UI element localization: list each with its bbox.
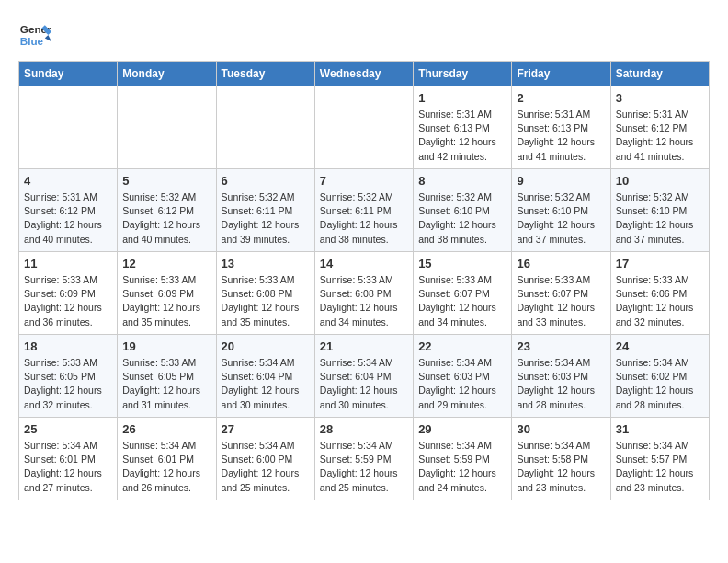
day-number: 2 [517, 91, 605, 105]
calendar-cell: 26Sunrise: 5:34 AMSunset: 6:01 PMDayligh… [118, 418, 216, 500]
calendar-cell: 9Sunrise: 5:32 AMSunset: 6:10 PMDaylight… [512, 169, 610, 252]
day-number: 1 [418, 91, 506, 105]
day-number: 4 [24, 174, 112, 188]
day-number: 13 [222, 257, 310, 270]
day-info: Sunrise: 5:33 AMSunset: 6:05 PMDaylight:… [122, 356, 210, 412]
day-number: 12 [122, 257, 210, 270]
calendar-header: SundayMondayTuesdayWednesdayThursdayFrid… [19, 62, 710, 86]
day-number: 17 [616, 257, 704, 270]
calendar-table: SundayMondayTuesdayWednesdayThursdayFrid… [18, 61, 710, 500]
day-number: 5 [122, 174, 210, 188]
calendar-cell: 5Sunrise: 5:32 AMSunset: 6:12 PMDaylight… [118, 169, 216, 252]
day-number: 24 [616, 339, 704, 353]
week-row-2: 4Sunrise: 5:31 AMSunset: 6:12 PMDaylight… [19, 169, 710, 252]
day-info: Sunrise: 5:33 AMSunset: 6:07 PMDaylight:… [517, 273, 605, 329]
day-info: Sunrise: 5:33 AMSunset: 6:09 PMDaylight:… [122, 273, 210, 329]
calendar-cell [314, 86, 413, 169]
calendar-cell: 10Sunrise: 5:32 AMSunset: 6:10 PMDayligh… [610, 169, 709, 252]
calendar-cell: 19Sunrise: 5:33 AMSunset: 6:05 PMDayligh… [118, 335, 216, 418]
day-number: 25 [24, 422, 112, 436]
header-saturday: Saturday [610, 62, 709, 86]
header-tuesday: Tuesday [216, 62, 314, 86]
day-number: 16 [517, 257, 605, 270]
day-info: Sunrise: 5:33 AMSunset: 6:09 PMDaylight:… [24, 273, 112, 329]
day-info: Sunrise: 5:31 AMSunset: 6:13 PMDaylight:… [517, 108, 605, 164]
day-number: 21 [320, 339, 408, 353]
week-row-1: 1Sunrise: 5:31 AMSunset: 6:13 PMDaylight… [19, 86, 710, 169]
day-number: 31 [616, 422, 704, 436]
day-number: 9 [517, 174, 605, 188]
calendar-cell: 2Sunrise: 5:31 AMSunset: 6:13 PMDaylight… [512, 86, 610, 169]
day-info: Sunrise: 5:33 AMSunset: 6:08 PMDaylight:… [222, 273, 310, 329]
day-number: 27 [222, 422, 310, 436]
day-info: Sunrise: 5:34 AMSunset: 6:01 PMDaylight:… [122, 439, 210, 495]
day-number: 28 [320, 422, 408, 436]
calendar-cell: 22Sunrise: 5:34 AMSunset: 6:03 PMDayligh… [414, 335, 512, 418]
week-row-4: 18Sunrise: 5:33 AMSunset: 6:05 PMDayligh… [19, 335, 710, 418]
calendar-header-row: SundayMondayTuesdayWednesdayThursdayFrid… [19, 62, 710, 86]
calendar-cell: 28Sunrise: 5:34 AMSunset: 5:59 PMDayligh… [314, 418, 413, 500]
day-number: 18 [24, 339, 112, 353]
day-number: 15 [418, 257, 506, 270]
header-sunday: Sunday [19, 62, 118, 86]
day-info: Sunrise: 5:34 AMSunset: 6:02 PMDaylight:… [616, 356, 704, 412]
calendar-cell: 21Sunrise: 5:34 AMSunset: 6:04 PMDayligh… [314, 335, 413, 418]
calendar-cell [19, 86, 118, 169]
calendar-cell: 30Sunrise: 5:34 AMSunset: 5:58 PMDayligh… [512, 418, 610, 500]
day-info: Sunrise: 5:33 AMSunset: 6:05 PMDaylight:… [24, 356, 112, 412]
header-friday: Friday [512, 62, 610, 86]
day-info: Sunrise: 5:34 AMSunset: 6:04 PMDaylight:… [320, 356, 408, 412]
week-row-3: 11Sunrise: 5:33 AMSunset: 6:09 PMDayligh… [19, 252, 710, 335]
calendar-cell [216, 86, 314, 169]
day-info: Sunrise: 5:34 AMSunset: 5:59 PMDaylight:… [418, 439, 506, 495]
calendar-cell: 29Sunrise: 5:34 AMSunset: 5:59 PMDayligh… [414, 418, 512, 500]
svg-marker-3 [45, 35, 51, 41]
day-number: 29 [418, 422, 506, 436]
svg-text:Blue: Blue [20, 35, 44, 47]
calendar-cell: 23Sunrise: 5:34 AMSunset: 6:03 PMDayligh… [512, 335, 610, 418]
calendar-cell: 7Sunrise: 5:32 AMSunset: 6:11 PMDaylight… [314, 169, 413, 252]
day-info: Sunrise: 5:31 AMSunset: 6:13 PMDaylight:… [418, 108, 506, 164]
calendar-cell: 11Sunrise: 5:33 AMSunset: 6:09 PMDayligh… [19, 252, 118, 335]
calendar-cell: 4Sunrise: 5:31 AMSunset: 6:12 PMDaylight… [19, 169, 118, 252]
day-info: Sunrise: 5:31 AMSunset: 6:12 PMDaylight:… [616, 108, 704, 164]
calendar-cell: 20Sunrise: 5:34 AMSunset: 6:04 PMDayligh… [216, 335, 314, 418]
day-info: Sunrise: 5:34 AMSunset: 6:00 PMDaylight:… [222, 439, 310, 495]
day-number: 23 [517, 339, 605, 353]
calendar-cell: 18Sunrise: 5:33 AMSunset: 6:05 PMDayligh… [19, 335, 118, 418]
day-number: 8 [418, 174, 506, 188]
day-info: Sunrise: 5:33 AMSunset: 6:07 PMDaylight:… [418, 273, 506, 329]
day-number: 26 [122, 422, 210, 436]
day-info: Sunrise: 5:32 AMSunset: 6:11 PMDaylight:… [320, 190, 408, 247]
calendar-cell: 6Sunrise: 5:32 AMSunset: 6:11 PMDaylight… [216, 169, 314, 252]
day-number: 20 [222, 339, 310, 353]
header-monday: Monday [118, 62, 216, 86]
calendar-cell: 1Sunrise: 5:31 AMSunset: 6:13 PMDaylight… [414, 86, 512, 169]
day-number: 7 [320, 174, 408, 188]
calendar-cell: 16Sunrise: 5:33 AMSunset: 6:07 PMDayligh… [512, 252, 610, 335]
day-info: Sunrise: 5:32 AMSunset: 6:11 PMDaylight:… [222, 190, 310, 247]
calendar-cell: 25Sunrise: 5:34 AMSunset: 6:01 PMDayligh… [19, 418, 118, 500]
day-info: Sunrise: 5:34 AMSunset: 5:58 PMDaylight:… [517, 439, 605, 495]
header-wednesday: Wednesday [314, 62, 413, 86]
day-info: Sunrise: 5:32 AMSunset: 6:10 PMDaylight:… [616, 190, 704, 247]
calendar-cell: 15Sunrise: 5:33 AMSunset: 6:07 PMDayligh… [414, 252, 512, 335]
calendar-body: 1Sunrise: 5:31 AMSunset: 6:13 PMDaylight… [19, 86, 710, 500]
day-number: 11 [24, 257, 112, 270]
calendar-cell [118, 86, 216, 169]
calendar-cell: 14Sunrise: 5:33 AMSunset: 6:08 PMDayligh… [314, 252, 413, 335]
day-number: 14 [320, 257, 408, 270]
calendar-cell: 3Sunrise: 5:31 AMSunset: 6:12 PMDaylight… [610, 86, 709, 169]
calendar-cell: 31Sunrise: 5:34 AMSunset: 5:57 PMDayligh… [610, 418, 709, 500]
day-number: 3 [616, 91, 704, 105]
calendar-cell: 27Sunrise: 5:34 AMSunset: 6:00 PMDayligh… [216, 418, 314, 500]
day-number: 19 [122, 339, 210, 353]
day-info: Sunrise: 5:34 AMSunset: 5:59 PMDaylight:… [320, 439, 408, 495]
day-info: Sunrise: 5:33 AMSunset: 6:06 PMDaylight:… [616, 273, 704, 329]
logo: General Blue [18, 18, 53, 52]
day-info: Sunrise: 5:34 AMSunset: 6:03 PMDaylight:… [418, 356, 506, 412]
day-number: 6 [222, 174, 310, 188]
day-info: Sunrise: 5:31 AMSunset: 6:12 PMDaylight:… [24, 190, 112, 247]
calendar-cell: 17Sunrise: 5:33 AMSunset: 6:06 PMDayligh… [610, 252, 709, 335]
header-thursday: Thursday [414, 62, 512, 86]
